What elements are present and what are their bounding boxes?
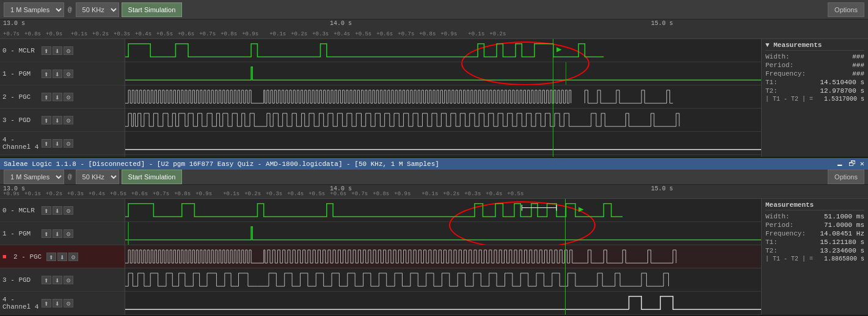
signal-row-2-2[interactable] bbox=[125, 245, 761, 268]
signal-row-4-2[interactable] bbox=[125, 292, 761, 315]
ch2-2-ctrl1[interactable]: ⬆ bbox=[46, 253, 56, 261]
ruler2-minor-11: +0.1s bbox=[223, 191, 239, 197]
signal-row-3-2[interactable] bbox=[125, 268, 761, 292]
channel-controls-0-2: ⬆ ⬇ ⚙ bbox=[42, 206, 73, 215]
window-controls-2[interactable]: 🗕 🗗 ✕ bbox=[836, 159, 864, 168]
channel-ctrl-2-2[interactable]: ⬇ bbox=[53, 93, 62, 101]
at-label-2: @ bbox=[67, 173, 73, 181]
options-btn-2[interactable]: Options bbox=[828, 170, 864, 184]
meas-val-t1-2: 15.121180 s bbox=[820, 239, 864, 246]
samples-select-2[interactable]: 1 M Samples bbox=[4, 170, 64, 184]
ruler-minor-8: +0.5s bbox=[156, 31, 173, 37]
channel-ctrl-4-3[interactable]: ⚙ bbox=[64, 139, 73, 148]
channel-name-1-1: 1 - PGM bbox=[2, 70, 39, 77]
meas-val-t2-2: 13.234600 s bbox=[820, 247, 864, 254]
meas-row-t1-2: T1: 15.121180 s bbox=[765, 239, 864, 246]
signal-row-0-2[interactable]: ▶ bbox=[125, 199, 761, 222]
channel-row-2-1: 2 - PGC ⬆ ⬇ ⚙ bbox=[0, 85, 125, 109]
ch0-2-ctrl3[interactable]: ⚙ bbox=[64, 206, 73, 215]
signal-row-1-1[interactable] bbox=[125, 62, 761, 85]
channel-ctrl-1-2[interactable]: ⬇ bbox=[53, 70, 62, 78]
ch2-2-ctrl2[interactable]: ⬇ bbox=[57, 253, 67, 261]
ch3-2-ctrl3[interactable]: ⚙ bbox=[64, 276, 73, 284]
meas-val-period-1: ### bbox=[852, 62, 864, 69]
ch1-2-ctrl2[interactable]: ⬇ bbox=[53, 229, 62, 238]
channel-ctrl-3-3[interactable]: ⚙ bbox=[64, 116, 73, 124]
panel-2: Saleae Logic 1.1.8 - [Disconnected] - [U… bbox=[0, 158, 868, 316]
ch4-2-ctrl2[interactable]: ⬇ bbox=[53, 299, 62, 307]
ruler-minor-21: +0.9s bbox=[440, 31, 457, 37]
ruler-minor-4: +0.1s bbox=[71, 31, 87, 37]
channel-ctrl-4-1[interactable]: ⬆ bbox=[42, 139, 51, 148]
signal-svg-4-1 bbox=[125, 132, 761, 154]
ruler-minor-16: +0.4s bbox=[334, 31, 350, 37]
svg-text:▶: ▶ bbox=[578, 205, 584, 215]
meas-val-width-2: 51.1000 ms bbox=[824, 213, 864, 220]
channel-ctrl-2-3[interactable]: ⚙ bbox=[64, 93, 73, 101]
ruler-minor-19: +0.7s bbox=[398, 31, 414, 37]
channel-row-2-2: ■ 2 - PGC ⬆ ⬇ ⚙ bbox=[0, 245, 125, 268]
channel-controls-2-2: ⬆ ⬇ ⚙ bbox=[46, 253, 78, 261]
meas-val-period-2: 71.0000 ms bbox=[824, 221, 864, 229]
meas-label-period-1: Period: bbox=[765, 62, 793, 69]
ruler-minor-13: +0.1s bbox=[269, 31, 286, 37]
ch1-2-ctrl3[interactable]: ⚙ bbox=[64, 229, 73, 238]
signal-row-1-2[interactable] bbox=[125, 222, 761, 245]
channel-ctrl-1-3[interactable]: ⚙ bbox=[64, 70, 73, 78]
meas-label-t2-2: T2: bbox=[765, 247, 778, 254]
signal-row-3-1[interactable] bbox=[125, 109, 761, 132]
ch3-2-ctrl2[interactable]: ⬇ bbox=[53, 276, 62, 284]
ruler-minor-20: +0.8s bbox=[419, 31, 436, 37]
ch2-2-ctrl3[interactable]: ⚙ bbox=[68, 253, 78, 261]
signal-svg-3-2 bbox=[125, 268, 761, 291]
channel-ctrl-3-2[interactable]: ⬇ bbox=[53, 116, 62, 124]
toolbar-2: 1 M Samples @ 50 KHz Start Simulation Op… bbox=[0, 170, 868, 185]
ch4-2-ctrl3[interactable]: ⚙ bbox=[64, 299, 73, 307]
channel-name-3-2: 3 - PGD bbox=[2, 276, 39, 284]
signal-svg-1-2 bbox=[125, 222, 761, 245]
meas-label-width-2: Width: bbox=[765, 213, 790, 220]
ch3-2-ctrl1[interactable]: ⬆ bbox=[42, 276, 51, 284]
meas-label-t2-1: T2: bbox=[765, 87, 778, 95]
signal-row-0-1[interactable]: ▶ bbox=[125, 39, 761, 62]
start-simulation-btn-1[interactable]: Start Simulation bbox=[122, 2, 183, 17]
freq-select-1[interactable]: 50 KHz bbox=[76, 2, 119, 17]
ruler2-minor-19: +0.9s bbox=[394, 191, 410, 197]
meas-label-width-1: Width: bbox=[765, 53, 790, 60]
ruler2-minor-8: +0.7s bbox=[153, 191, 169, 197]
channel-ctrl-0-3[interactable]: ⚙ bbox=[64, 46, 73, 55]
ruler2-minor-15: +0.5s bbox=[308, 191, 325, 197]
start-simulation-btn-2[interactable]: Start Simulation bbox=[122, 170, 183, 184]
channel-ctrl-1-1[interactable]: ⬆ bbox=[42, 70, 51, 78]
ruler-minor-15: +0.3s bbox=[312, 31, 329, 37]
signal-row-2-1[interactable] bbox=[125, 85, 761, 109]
channel-ctrl-4-2[interactable]: ⬇ bbox=[53, 139, 62, 148]
ruler-minor-11: +0.8s bbox=[221, 31, 237, 37]
ruler2-minor-9: +0.8s bbox=[174, 191, 191, 197]
ch0-2-ctrl1[interactable]: ⬆ bbox=[42, 206, 51, 215]
meas-label-diff-2: | T1 - T2 | = bbox=[765, 256, 813, 262]
meas-title-1: ▼ Measurements bbox=[765, 41, 864, 51]
samples-select-1[interactable]: 1 M Samples bbox=[4, 2, 64, 17]
channel-ctrl-2-1[interactable]: ⬆ bbox=[42, 93, 51, 101]
ruler-minor-1: +0.7s bbox=[3, 31, 20, 37]
channel-controls-1-1: ⬆ ⬇ ⚙ bbox=[42, 70, 73, 78]
options-btn-1[interactable]: Options bbox=[828, 2, 864, 17]
ch1-2-ctrl1[interactable]: ⬆ bbox=[42, 229, 51, 238]
ruler-minor-3: +0.9s bbox=[46, 31, 62, 37]
signal-row-4-1[interactable] bbox=[125, 132, 761, 155]
channel-ctrl-0-2[interactable]: ⬇ bbox=[53, 46, 62, 55]
ruler2-minor-20: +0.1s bbox=[421, 191, 438, 197]
freq-select-2[interactable]: 50 KHz bbox=[76, 170, 119, 184]
ruler2-minor-14: +0.4s bbox=[287, 191, 304, 197]
ch4-2-ctrl1[interactable]: ⬆ bbox=[42, 299, 51, 307]
channel-name-1-2: 1 - PGM bbox=[2, 230, 39, 237]
meas-row-width-1: Width: ### bbox=[765, 53, 864, 60]
ch0-2-ctrl2[interactable]: ⬇ bbox=[53, 206, 62, 215]
ruler2-minor-16: +0.6s bbox=[330, 191, 346, 197]
panel-1: 1 M Samples @ 50 KHz Start Simulation Op… bbox=[0, 0, 868, 158]
channel-ctrl-0-1[interactable]: ⬆ bbox=[42, 46, 51, 55]
window-title-2: Saleae Logic 1.1.8 - [Disconnected] - [U… bbox=[4, 160, 439, 168]
channel-ctrl-3-1[interactable]: ⬆ bbox=[42, 116, 51, 124]
meas-label-freq-1: Frequency: bbox=[765, 70, 806, 77]
